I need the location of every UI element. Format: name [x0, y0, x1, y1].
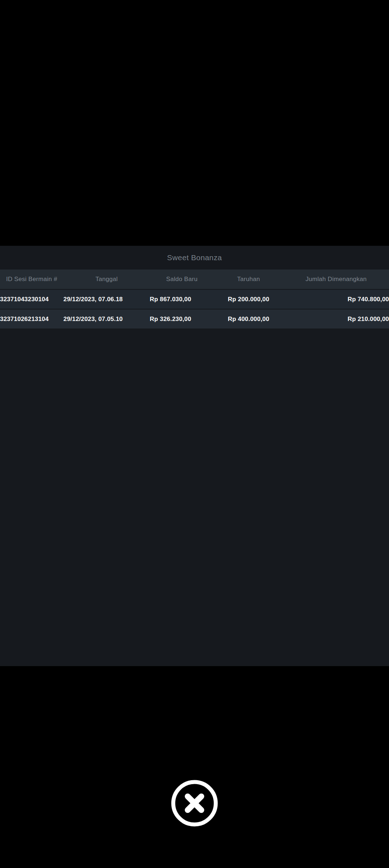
game-history-modal: Sweet Bonanza ID Sesi Bermain # Tanggal …	[0, 246, 389, 666]
bet-cell: Rp 400.000,00	[214, 309, 283, 329]
date-cell: 29/12/2023, 07.06.18	[63, 289, 150, 309]
new-balance-cell: Rp 867.030,00	[150, 289, 214, 309]
column-header-amount-won: Jumlah Dimenangkan	[283, 270, 389, 289]
date-cell: 29/12/2023, 07.05.10	[63, 309, 150, 329]
close-button[interactable]	[171, 780, 218, 827]
column-header-session-id: ID Sesi Bermain #	[0, 270, 63, 289]
session-id-cell: 32371026213104	[0, 309, 63, 329]
x-circle-icon	[171, 780, 218, 827]
game-history-screen: Sweet Bonanza ID Sesi Bermain # Tanggal …	[0, 0, 389, 868]
table-row: 32371026213104 29/12/2023, 07.05.10 Rp 3…	[0, 309, 389, 329]
amount-won-cell: Rp 210.000,00	[283, 309, 389, 329]
column-header-bet: Taruhan	[214, 270, 283, 289]
play-history-table: ID Sesi Bermain # Tanggal Saldo Baru Tar…	[0, 270, 389, 329]
new-balance-cell: Rp 326.230,00	[150, 309, 214, 329]
game-title: Sweet Bonanza	[0, 246, 389, 270]
column-header-new-balance: Saldo Baru	[150, 270, 214, 289]
table-header-row: ID Sesi Bermain # Tanggal Saldo Baru Tar…	[0, 270, 389, 289]
column-header-date: Tanggal	[63, 270, 150, 289]
session-id-cell: 32371043230104	[0, 289, 63, 309]
bet-cell: Rp 200.000,00	[214, 289, 283, 309]
table-row: 32371043230104 29/12/2023, 07.06.18 Rp 8…	[0, 289, 389, 309]
amount-won-cell: Rp 740.800,00	[283, 289, 389, 309]
